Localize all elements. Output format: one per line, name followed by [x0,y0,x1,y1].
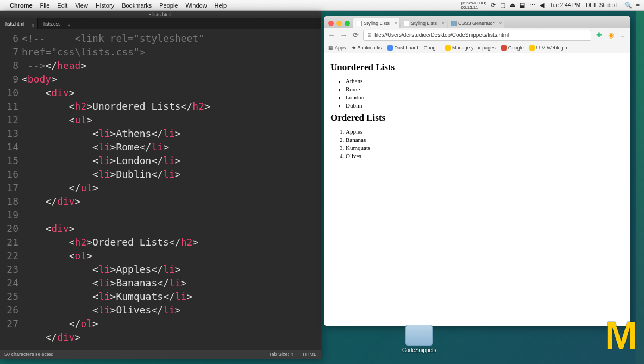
browser-tab-1[interactable]: Styling Lists× [353,18,399,28]
extension-icon[interactable]: ◉ [607,31,615,40]
wifi-icon[interactable]: ⋯ [529,2,535,9]
editor-tab-lists-html[interactable]: lists.html× [0,18,38,29]
page-icon [357,21,362,26]
list-item: Athens [346,77,624,85]
forward-button[interactable]: → [339,31,348,40]
editor-titlebar: • lists.html [0,11,321,18]
menu-window[interactable]: Window [185,2,207,9]
close-icon[interactable]: × [32,20,34,31]
close-icon[interactable]: × [395,18,397,28]
menu-view[interactable]: View [75,2,88,9]
chrome-window: Styling Lists× Styling Lists× CSS3 Gener… [324,16,630,326]
address-bar[interactable]: 🗎 file:///Users/deilstudioe/Desktop/Code… [363,30,591,41]
bookmark-dashboard[interactable]: Dashboard – Goog... [387,45,440,51]
close-icon[interactable]: × [67,20,70,31]
bookmark-star[interactable]: ★ Bookmarks [352,45,382,51]
editor-tab-lists-css[interactable]: lists.css× [38,18,74,29]
menu-app[interactable]: Chrome [10,2,33,9]
bookmarks-bar: ▦ Apps ★ Bookmarks Dashboard – Goog... M… [324,42,630,53]
menu-help[interactable]: Help [215,2,227,9]
dropbox-icon[interactable]: ⬓ [520,2,525,9]
notifications-icon[interactable]: ≡ [636,2,640,9]
unordered-list: Athens Rome London Dublin [346,77,624,109]
status-selection: 50 characters selected [4,352,54,357]
status-language[interactable]: HTML [303,352,317,357]
chrome-toolbar: ← → ⟳ 🗎 file:///Users/deilstudioe/Deskto… [324,28,630,42]
bookmark-weblogin[interactable]: U-M Weblogin [529,45,567,51]
sync-icon[interactable]: ⟳ [491,2,496,9]
url-text: file:///Users/deilstudioe/Desktop/CodeSn… [374,32,509,38]
menubar-account[interactable]: DEIL Studio E [586,2,620,8]
menu-edit[interactable]: Edit [57,2,67,9]
display-icon[interactable]: ▢ [500,2,505,9]
close-window-button[interactable] [328,21,334,26]
close-icon[interactable]: × [499,18,502,28]
editor-tabstrip: lists.html× lists.css× [0,18,321,29]
code-content[interactable]: <!-- <link rel="stylesheet" href="css\li… [22,29,321,350]
rendered-page: Unordered Lists Athens Rome London Dubli… [324,53,630,326]
menu-people[interactable]: People [159,2,178,9]
browser-tab-2[interactable]: Styling Lists× [401,18,447,28]
volume-icon[interactable]: ◀ [540,2,544,9]
recording-label: (iShowU HD)00:13:11 [461,1,487,10]
page-icon [451,21,457,26]
page-icon [404,21,409,26]
ordered-list: Apples Bananas Kumquats Olives [346,128,624,160]
file-icon: 🗎 [367,32,372,38]
editor-statusbar: 50 characters selected Tab Size: 4 HTML [0,350,321,359]
list-item: London [346,93,624,102]
editor-code-area[interactable]: 6789101112131415161718192021222324252627… [0,29,321,350]
reload-button[interactable]: ⟳ [351,31,360,40]
bookmark-apps[interactable]: ▦ Apps [328,45,346,51]
close-icon[interactable]: × [442,18,445,28]
menu-bookmarks[interactable]: Bookmarks [122,2,152,9]
status-tabsize[interactable]: Tab Size: 4 [269,352,293,357]
list-item: Olives [346,152,624,160]
text-editor-window: • lists.html lists.html× lists.css× 6789… [0,11,321,359]
heading-unordered: Unordered Lists [330,62,624,73]
browser-tab-3[interactable]: CSS3 Generator× [448,18,504,28]
extension-icon[interactable]: ✚ [595,31,603,40]
chrome-menu-button[interactable]: ≡ [618,31,627,40]
menu-file[interactable]: File [40,2,50,9]
spotlight-icon[interactable]: 🔍 [624,2,632,9]
bookmark-manage[interactable]: Manage your pages [445,45,496,51]
window-controls [327,21,353,28]
back-button[interactable]: ← [327,31,336,40]
line-number-gutter: 6789101112131415161718192021222324252627 [0,29,22,350]
list-item: Bananas [346,136,624,144]
heading-ordered: Ordered Lists [330,112,624,123]
dock-edge [636,11,644,364]
minimize-window-button[interactable] [336,21,342,26]
folder-icon [405,325,433,346]
menubar-clock[interactable]: Tue 2:44 PM [549,2,580,8]
chrome-tabstrip: Styling Lists× Styling Lists× CSS3 Gener… [324,16,630,28]
bookmark-google[interactable]: Google [501,45,524,51]
list-item: Rome [346,85,624,93]
michigan-logo: M [605,313,634,357]
list-item: Dublin [346,102,624,110]
menu-history[interactable]: History [96,2,114,9]
eject-icon[interactable]: ⏏ [510,2,515,9]
mac-menubar: Chrome File Edit View History Bookmarks … [0,0,644,11]
desktop-folder-codesnippets[interactable]: CodeSnippets [402,325,436,353]
list-item: Kumquats [346,144,624,152]
folder-label: CodeSnippets [402,347,436,353]
maximize-window-button[interactable] [345,21,350,26]
list-item: Apples [346,128,624,136]
